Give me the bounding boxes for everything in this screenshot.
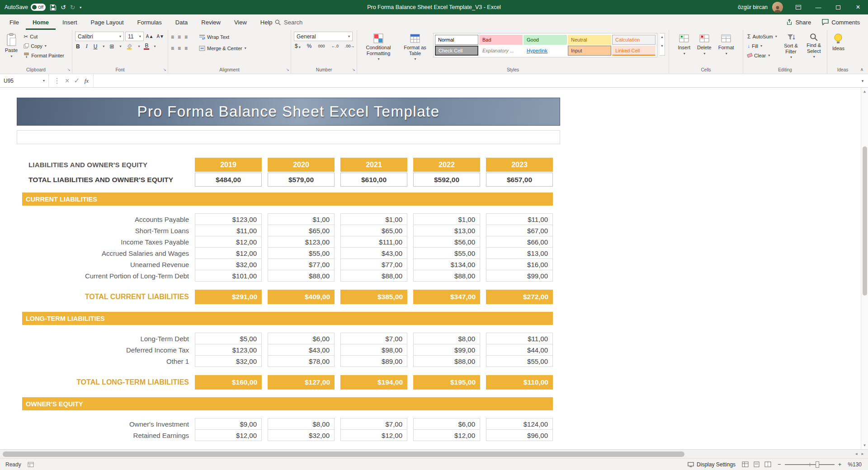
value-cell[interactable]: $13,00 — [413, 225, 480, 236]
percent-style-button[interactable]: % — [306, 43, 313, 49]
gallery-up-button[interactable]: ▲ — [660, 35, 664, 38]
cell-style-neutral[interactable]: Neutral — [568, 35, 611, 45]
value-cell[interactable]: $89,00 — [340, 355, 407, 367]
tab-file[interactable]: File — [3, 14, 26, 30]
section-total-label[interactable]: TOTAL LONG-TERM LIABILITIES — [17, 375, 189, 390]
ribbon-display-options-button[interactable] — [788, 0, 808, 14]
value-cell[interactable]: $43,00 — [340, 247, 407, 259]
name-box[interactable]: U95 ▾ — [0, 74, 49, 87]
font-family-select[interactable]: Calibri▾ — [75, 32, 124, 41]
display-settings-button[interactable]: Display Settings — [688, 461, 736, 468]
zoom-level[interactable]: %130 — [848, 461, 862, 468]
row-label[interactable]: Income Taxes Payable — [17, 236, 189, 248]
redo-button[interactable]: ↻ — [70, 4, 75, 10]
value-cell[interactable]: $65,00 — [340, 225, 407, 236]
value-cell[interactable]: $6,00 — [413, 418, 480, 430]
align-middle-button[interactable]: ≡ — [178, 34, 181, 40]
accounting-format-button[interactable]: $▾ — [294, 43, 302, 49]
row-label[interactable]: Unearned Revenue — [17, 258, 189, 270]
cell-style-input[interactable]: Input — [568, 46, 611, 56]
value-cell[interactable]: $7,00 — [340, 333, 407, 344]
user-name[interactable]: özgür bircan — [738, 4, 768, 10]
format-painter-button[interactable]: Format Painter — [22, 51, 66, 60]
tab-view[interactable]: View — [227, 14, 254, 30]
save-icon[interactable] — [50, 4, 57, 11]
value-cell[interactable]: $56,00 — [413, 236, 480, 248]
section-total-label[interactable]: TOTAL CURRENT LIABILITIES — [17, 290, 189, 304]
horizontal-scroll-thumb[interactable] — [3, 451, 684, 457]
scroll-up-arrow[interactable]: ▲ — [863, 88, 867, 95]
cell-style-hyperlink[interactable]: Hyperlink — [524, 46, 567, 56]
undo-button[interactable]: ↺ — [61, 4, 66, 10]
row-label[interactable]: Accrued Salaries and Wages — [17, 247, 189, 259]
font-color-dropdown[interactable]: ▾ — [154, 44, 156, 48]
section-total-cell[interactable]: $385,00 — [340, 290, 407, 304]
section-total-cell[interactable]: $409,00 — [268, 290, 335, 304]
value-cell[interactable]: $8,00 — [268, 418, 335, 430]
value-cell[interactable]: $6,00 — [268, 333, 335, 344]
borders-button[interactable]: ⊞ — [108, 43, 115, 50]
value-cell[interactable]: $99,00 — [413, 344, 480, 356]
font-size-select[interactable]: 11▾ — [125, 32, 144, 41]
align-top-button[interactable]: ≡ — [171, 34, 174, 40]
underline-button[interactable]: U — [93, 43, 99, 50]
expand-formula-bar-button[interactable]: ▾ — [857, 79, 868, 83]
bold-button[interactable]: B — [75, 43, 81, 50]
cell-style-explanatory[interactable]: Explanatory ... — [479, 46, 523, 56]
decrease-decimal-button[interactable]: .00→ — [344, 44, 356, 48]
value-cell[interactable]: $44,00 — [486, 344, 553, 356]
value-cell[interactable]: $134,00 — [413, 258, 480, 270]
row-label[interactable]: Short-Term Loans — [17, 225, 189, 236]
underline-dropdown[interactable]: ▾ — [103, 44, 104, 48]
value-cell[interactable]: $1,00 — [340, 213, 407, 225]
formula-handle[interactable]: ⋮ — [53, 76, 61, 85]
fill-color-button[interactable] — [125, 43, 133, 50]
increase-font-button[interactable]: A▲ — [145, 34, 155, 39]
merge-center-button[interactable]: Merge & Center ▾ — [198, 43, 248, 53]
value-cell[interactable]: $88,00 — [268, 270, 335, 282]
value-cell[interactable]: $123,00 — [195, 344, 262, 356]
value-cell[interactable]: $5,00 — [195, 333, 262, 344]
value-cell[interactable]: $77,00 — [340, 258, 407, 270]
value-cell[interactable]: $1,00 — [413, 213, 480, 225]
row-label[interactable]: Current Portion of Long-Term Debt — [17, 270, 189, 282]
value-cell[interactable]: $13,00 — [486, 247, 553, 259]
comments-button[interactable]: Comments — [822, 19, 860, 26]
value-cell[interactable]: $78,00 — [268, 355, 335, 367]
tab-formulas[interactable]: Formulas — [131, 14, 169, 30]
paste-dropdown[interactable]: ▾ — [11, 54, 13, 58]
scroll-down-arrow[interactable]: ▼ — [863, 442, 867, 449]
font-color-button[interactable]: B — [144, 43, 149, 50]
section-header[interactable]: LONG-TERM LIABILITIES — [22, 312, 553, 325]
value-cell[interactable]: $66,00 — [486, 236, 553, 248]
value-cell[interactable]: $123,00 — [268, 236, 335, 248]
section-total-cell[interactable]: $272,00 — [486, 290, 553, 304]
fill-color-dropdown[interactable]: ▾ — [138, 44, 140, 48]
autosum-button[interactable]: ΣAutoSum▾ — [746, 32, 778, 41]
sort-filter-button[interactable]: Sort & Filter ▾ — [781, 32, 802, 61]
year-header[interactable]: 2022 — [413, 158, 480, 172]
cut-button[interactable]: ✂Cut — [22, 32, 66, 41]
value-cell[interactable]: $9,00 — [195, 418, 262, 430]
user-avatar[interactable] — [772, 2, 783, 13]
value-cell[interactable]: $98,00 — [340, 344, 407, 356]
tab-insert[interactable]: Insert — [56, 14, 84, 30]
year-header[interactable]: 2019 — [195, 158, 262, 172]
tab-review[interactable]: Review — [194, 14, 227, 30]
value-cell[interactable]: $11,00 — [195, 225, 262, 236]
wrap-text-button[interactable]: Wrap Text — [198, 32, 231, 42]
enter-formula-button[interactable]: ✓ — [74, 76, 80, 85]
year-header[interactable]: 2020 — [268, 158, 335, 172]
insert-cells-button[interactable]: Insert ▾ — [675, 32, 693, 57]
ideas-button[interactable]: Ideas — [830, 32, 847, 53]
value-cell[interactable]: $12,00 — [195, 429, 262, 441]
search-box[interactable]: Search — [275, 14, 302, 30]
share-button[interactable]: Share — [786, 19, 811, 26]
gallery-down-button[interactable]: ▼ — [660, 44, 664, 47]
value-cell[interactable]: $123,00 — [195, 213, 262, 225]
value-cell[interactable]: $11,00 — [486, 213, 553, 225]
delete-cells-button[interactable]: Delete ▾ — [695, 32, 714, 57]
row-label[interactable]: Deferred Income Tax — [17, 344, 189, 356]
alignment-dialog-launcher[interactable]: ↘ — [286, 67, 289, 72]
section-header[interactable]: CURRENT LIABILITIES — [22, 193, 553, 206]
